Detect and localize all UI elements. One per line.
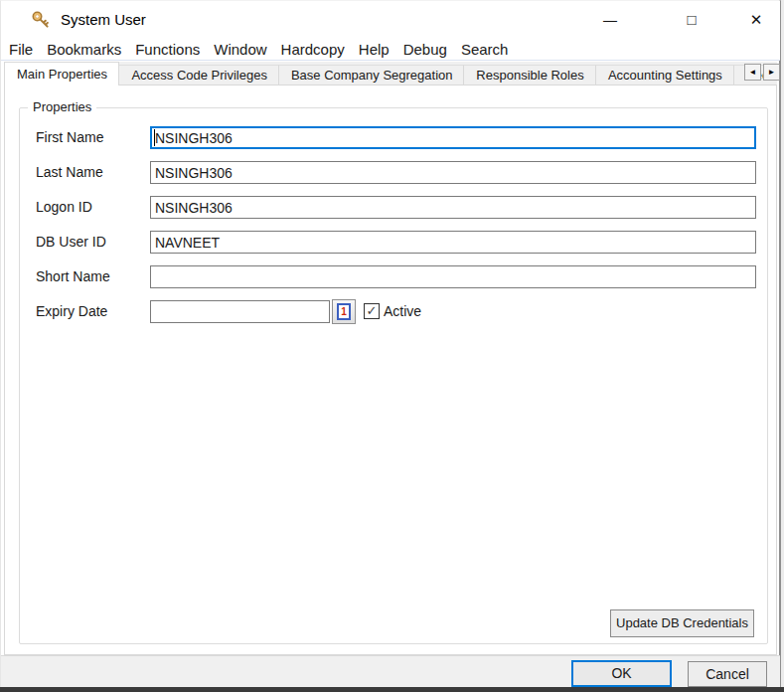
short-name-row: Short Name bbox=[1, 265, 782, 290]
bottom-edge bbox=[0, 687, 784, 692]
tab-accounting-settings[interactable]: Accounting Settings bbox=[596, 65, 734, 85]
tab-scroll-right-icon[interactable]: ► bbox=[763, 64, 780, 81]
menu-debug[interactable]: Debug bbox=[396, 39, 454, 61]
tab-access-code-privileges[interactable]: Access Code Privileges bbox=[119, 65, 279, 85]
db-user-id-input[interactable] bbox=[150, 231, 756, 254]
update-db-credentials-button[interactable]: Update DB Credentials bbox=[610, 609, 754, 637]
last-name-row: Last Name bbox=[1, 161, 782, 186]
first-name-label: First Name bbox=[36, 126, 103, 149]
window-title: System User bbox=[61, 1, 146, 39]
system-user-window: System User — □ ✕ File Bookmarks Functio… bbox=[0, 0, 781, 687]
key-icon bbox=[31, 10, 51, 30]
screen: System User — □ ✕ File Bookmarks Functio… bbox=[0, 0, 784, 692]
active-checkbox-label: Active bbox=[384, 303, 421, 319]
tab-responsible-roles[interactable]: Responsible Roles bbox=[464, 65, 596, 85]
tab-scroll-left-icon[interactable]: ◄ bbox=[744, 64, 761, 81]
menu-window[interactable]: Window bbox=[207, 39, 273, 61]
maximize-icon[interactable]: □ bbox=[676, 1, 707, 39]
menu-help[interactable]: Help bbox=[352, 39, 396, 61]
logon-id-label: Logon ID bbox=[36, 196, 92, 219]
properties-groupbox: Properties bbox=[19, 107, 768, 644]
last-name-input[interactable] bbox=[150, 161, 756, 184]
tab-bar: Main Properties Access Code Privileges B… bbox=[4, 62, 777, 86]
expiry-date-label: Expiry Date bbox=[36, 300, 107, 323]
calendar-picker-button[interactable]: 1 bbox=[332, 299, 356, 324]
expiry-date-row: Expiry Date 1 ✓ Active bbox=[1, 300, 782, 325]
last-name-label: Last Name bbox=[36, 161, 103, 184]
first-name-row: First Name bbox=[1, 126, 782, 151]
menu-search[interactable]: Search bbox=[454, 39, 516, 61]
close-icon[interactable]: ✕ bbox=[740, 1, 772, 39]
menu-functions[interactable]: Functions bbox=[128, 39, 207, 61]
first-name-input[interactable] bbox=[150, 126, 756, 149]
menu-bar: File Bookmarks Functions Window Hardcopy… bbox=[1, 39, 780, 61]
menu-bookmarks[interactable]: Bookmarks bbox=[40, 39, 128, 61]
active-checkbox[interactable]: ✓ bbox=[364, 303, 380, 319]
title-bar[interactable]: System User — □ ✕ bbox=[1, 1, 780, 39]
db-user-id-row: DB User ID bbox=[1, 231, 782, 256]
tab-base-company-segregation[interactable]: Base Company Segregation bbox=[279, 65, 464, 85]
expiry-date-input[interactable] bbox=[150, 300, 330, 323]
minimize-icon[interactable]: — bbox=[594, 1, 626, 39]
calendar-icon: 1 bbox=[337, 303, 351, 320]
groupbox-title: Properties bbox=[28, 99, 96, 114]
ok-button[interactable]: OK bbox=[571, 660, 672, 687]
menu-file[interactable]: File bbox=[2, 39, 40, 61]
db-user-id-label: DB User ID bbox=[36, 231, 106, 254]
text-caret bbox=[154, 129, 155, 146]
logon-id-row: Logon ID bbox=[1, 196, 782, 221]
cancel-button[interactable]: Cancel bbox=[688, 661, 767, 687]
short-name-label: Short Name bbox=[36, 265, 110, 288]
menu-hardcopy[interactable]: Hardcopy bbox=[274, 39, 352, 61]
short-name-input[interactable] bbox=[150, 265, 756, 288]
tab-main-properties[interactable]: Main Properties bbox=[4, 62, 119, 86]
logon-id-input[interactable] bbox=[150, 196, 756, 219]
